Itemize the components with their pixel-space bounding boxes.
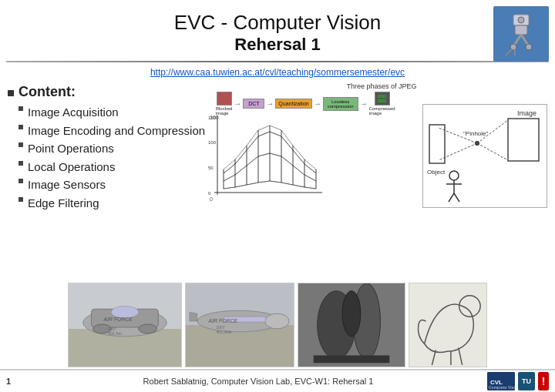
svg-point-1	[518, 17, 524, 23]
svg-rect-18	[508, 119, 539, 161]
svg-text:50: 50	[208, 166, 214, 170]
footer: 1 Robert Sablatnig, Computer Vision Lab,…	[0, 369, 555, 392]
right-col: Three phases of JPEG Blockedimage → DCT …	[208, 82, 547, 260]
mesh-plot: 0 100	[208, 112, 328, 208]
header: EVC - Computer Vision Rehersal 1	[0, 0, 555, 58]
title-sub: Rehersal 1	[8, 35, 547, 55]
bullet-icon	[18, 197, 23, 202]
svg-text:Object: Object	[427, 169, 446, 176]
pinhole-svg: Image "Pinhole" Object	[423, 105, 548, 209]
compressed-img-visual: 00110001	[375, 92, 390, 106]
blocked-img-visual	[217, 92, 232, 106]
list-item: Image Sensors	[8, 177, 208, 193]
bullet-icon	[18, 161, 23, 166]
svg-text:Image: Image	[517, 109, 536, 117]
footer-text: Robert Sablatnig, Computer Vision Lab, E…	[29, 377, 487, 386]
list-item: Point Operations	[8, 141, 208, 156]
bullet-icon	[18, 106, 23, 111]
url-bar: http://www.caa.tuwien.ac.at/cvl/teaching…	[0, 62, 555, 79]
svg-text:"Pinhole": "Pinhole"	[463, 130, 489, 137]
pinhole-diagram: Image "Pinhole" Object	[422, 104, 547, 208]
exclaim-text: !	[542, 375, 546, 387]
svg-rect-58	[409, 283, 486, 367]
svg-point-47	[265, 313, 290, 329]
svg-text:Computer Vision: Computer Vision	[489, 385, 515, 390]
svg-point-56	[342, 291, 361, 337]
sketch-image	[409, 283, 487, 367]
svg-text:0: 0	[208, 191, 211, 196]
list-item-text: Image Acquisition	[28, 105, 119, 120]
slide-container: EVC - Computer Vision Rehersal 1 http://…	[0, 0, 555, 392]
svg-text:0: 0	[210, 196, 213, 202]
list-item-text: Edge Filtering	[28, 196, 99, 211]
mesh-svg: 0 100	[208, 112, 324, 204]
bullet-icon	[8, 90, 14, 96]
list-item: Local Operations	[8, 159, 208, 175]
title-main: EVC - Computer Vision	[8, 11, 547, 35]
compressed-label: Compressedimage	[369, 106, 395, 116]
svg-text:AIR FORCE: AIR FORCE	[103, 317, 133, 322]
bullet-icon	[18, 142, 23, 147]
main-content: Content: Image Acquisition Image Encodin…	[0, 79, 555, 260]
bullet-icon	[18, 125, 23, 129]
list-item: Image Acquisition	[8, 105, 208, 120]
bottom-images: AIR FORCE 0857 402,3vh AIR FOR	[0, 283, 555, 367]
content-label: Content:	[18, 84, 76, 100]
content-list: Content: Image Acquisition Image Encodin…	[8, 82, 208, 260]
tu-logo: TU	[518, 372, 535, 390]
lossless-box: Losslesscompression	[323, 97, 358, 111]
airplane-side-image: AIR FORCE 1007 461,3vbk	[185, 283, 294, 367]
svg-marker-48	[190, 312, 197, 321]
jpeg-title: Three phases of JPEG	[216, 82, 547, 90]
list-item-text: Image Sensors	[28, 177, 106, 193]
svg-rect-2	[515, 25, 527, 35]
list-item: Image Encoding and Compression	[8, 123, 208, 139]
dct-box: DCT	[243, 99, 264, 109]
svg-text:0857: 0857	[108, 327, 116, 331]
sculpture-image	[298, 283, 405, 367]
content-header: Content:	[8, 84, 208, 100]
arrow-icon: →	[266, 99, 274, 108]
sketch-svg	[409, 283, 486, 367]
arrow-icon: →	[360, 99, 368, 108]
svg-rect-25	[429, 125, 445, 163]
cvl-logo: CVL Computer Vision	[487, 372, 515, 390]
svg-point-39	[139, 324, 157, 333]
svg-text:100: 100	[208, 140, 217, 145]
plane-side-svg: AIR FORCE 1007 461,3vbk	[186, 283, 294, 367]
compressed-image: 00110001 Compressedimage	[369, 92, 395, 116]
plane-svg: AIR FORCE 0857 402,3vh	[69, 283, 181, 367]
page-number: 1	[6, 377, 29, 386]
arrow-icon: →	[234, 99, 241, 108]
svg-line-31	[454, 193, 459, 202]
svg-text:AIR FORCE: AIR FORCE	[208, 318, 238, 323]
list-item-text: Image Encoding and Compression	[28, 123, 205, 139]
svg-text:150: 150	[208, 116, 217, 120]
exclaim-logo: !	[538, 372, 549, 390]
svg-point-27	[449, 171, 459, 180]
binary-text: 00110001	[378, 94, 386, 103]
svg-text:1007: 1007	[216, 326, 224, 330]
svg-line-22	[477, 143, 508, 160]
robot-image	[493, 6, 549, 62]
svg-text:402,3vh: 402,3vh	[108, 332, 122, 336]
sculpture-svg	[298, 283, 405, 367]
svg-rect-57	[314, 355, 390, 363]
arrow-icon: →	[314, 99, 321, 108]
footer-logos: CVL Computer Vision TU !	[487, 372, 549, 390]
list-item-text: Local Operations	[28, 159, 115, 175]
airplane-front-image: AIR FORCE 0857 402,3vh	[68, 283, 182, 367]
tu-text: TU	[522, 377, 531, 385]
svg-line-30	[449, 193, 454, 202]
svg-point-6	[526, 44, 532, 50]
svg-text:461,3vbk: 461,3vbk	[216, 330, 232, 334]
list-item: Edge Filtering	[8, 196, 208, 211]
svg-line-7	[506, 49, 512, 55]
url-link[interactable]: http://www.caa.tuwien.ac.at/cvl/teaching…	[150, 67, 405, 78]
quantization-box: Quantization	[275, 99, 311, 109]
bullet-icon	[18, 179, 23, 183]
list-item-text: Point Operations	[28, 141, 114, 156]
